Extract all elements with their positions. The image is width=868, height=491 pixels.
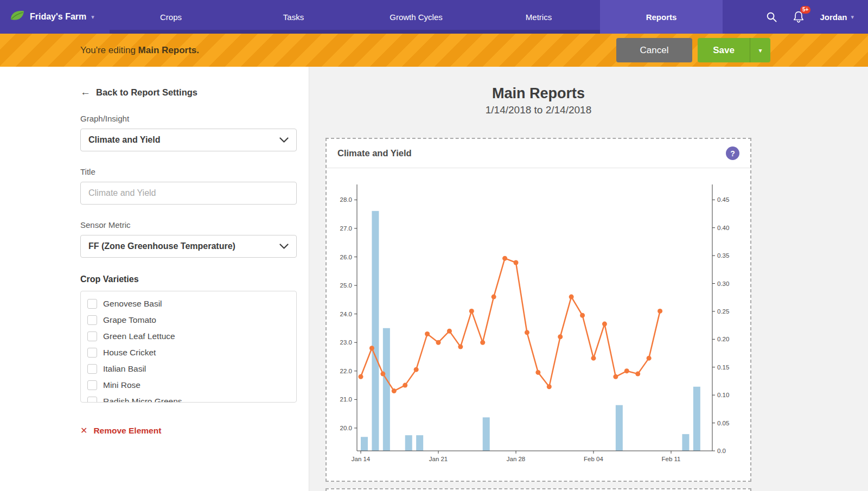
card-header: Climate and Yield ? [327, 139, 750, 168]
save-button-group: Save ▾ [698, 38, 770, 62]
save-dropdown-toggle[interactable]: ▾ [750, 38, 770, 62]
banner-message-target: Main Reports. [138, 45, 199, 55]
checkbox[interactable] [87, 315, 97, 325]
brand-name: Friday's Farm [30, 12, 86, 22]
element-settings-panel: ← Back to Report Settings Graph/Insight … [0, 67, 309, 491]
climate-yield-chart: 20.021.022.023.024.025.026.027.028.00.00… [332, 174, 744, 467]
back-arrow-icon: ← [80, 86, 91, 98]
svg-text:20.0: 20.0 [340, 425, 352, 431]
svg-text:0.25: 0.25 [717, 308, 729, 315]
logo-leaf-icon [10, 9, 25, 24]
svg-text:Feb 04: Feb 04 [584, 456, 603, 462]
title-label: Title [80, 167, 297, 176]
checkbox[interactable] [87, 364, 97, 374]
crop-variety-label: Grape Tomato [103, 315, 156, 325]
svg-text:0.30: 0.30 [717, 280, 729, 287]
farm-switcher[interactable]: Friday's Farm ▾ [0, 0, 110, 34]
graph-insight-select[interactable]: Climate and Yield [80, 129, 297, 151]
svg-text:26.0: 26.0 [340, 254, 352, 260]
search-icon[interactable] [766, 11, 777, 23]
svg-text:0.0: 0.0 [717, 448, 726, 454]
sensor-metric-value: FF (Zone Greenhouse Temperature) [88, 241, 235, 251]
user-name: Jordan [820, 12, 847, 22]
svg-text:0.10: 0.10 [717, 392, 729, 398]
graph-insight-value: Climate and Yield [88, 135, 160, 145]
svg-text:Feb 11: Feb 11 [662, 456, 681, 462]
card-title: Climate and Yield [337, 148, 412, 158]
chevron-down-icon: ▾ [851, 14, 854, 21]
crop-variety-label: Green Leaf Lettuce [103, 331, 175, 341]
top-nav: Friday's Farm ▾ CropsTasksGrowth CyclesM… [0, 0, 868, 34]
report-element-card[interactable]: Climate and Yield ? 20.021.022.023.024.0… [326, 138, 751, 482]
svg-text:Jan 14: Jan 14 [352, 456, 371, 462]
sensor-metric-select[interactable]: FF (Zone Greenhouse Temperature) [80, 235, 297, 258]
svg-text:27.0: 27.0 [340, 225, 352, 232]
crop-variety-item[interactable]: Genovese Basil [87, 296, 290, 312]
svg-text:24.0: 24.0 [340, 311, 352, 317]
back-link-label: Back to Report Settings [96, 87, 197, 98]
crop-variety-item[interactable]: Italian Basil [87, 361, 290, 377]
chevron-down-icon: ▾ [91, 14, 94, 21]
notifications-bell-icon[interactable]: 5+ [793, 10, 805, 23]
report-title: Main Reports [326, 85, 751, 102]
svg-text:Jan 21: Jan 21 [429, 456, 448, 462]
svg-text:28.0: 28.0 [340, 196, 352, 203]
checkbox[interactable] [87, 299, 97, 309]
remove-element-label: Remove Element [93, 426, 161, 436]
crop-variety-label: Genovese Basil [103, 299, 162, 309]
checkbox[interactable] [87, 348, 97, 358]
checkbox[interactable] [87, 331, 97, 341]
graph-insight-label: Graph/Insight [80, 114, 297, 123]
chevron-down-icon [279, 137, 289, 143]
nav-tab-metrics[interactable]: Metrics [477, 0, 600, 34]
crop-variety-item[interactable]: Grape Tomato [87, 312, 290, 328]
chevron-down-icon: ▾ [758, 47, 762, 54]
checkbox[interactable] [87, 397, 97, 403]
user-menu[interactable]: Jordan ▾ [820, 12, 854, 22]
chart-container: 20.021.022.023.024.025.026.027.028.00.00… [327, 168, 750, 481]
svg-text:25.0: 25.0 [340, 282, 352, 289]
banner-message-prefix: You're editing [80, 45, 138, 55]
back-link[interactable]: ← Back to Report Settings [80, 86, 297, 98]
report-date-range: 1/14/2018 to 2/14/2018 [326, 104, 751, 116]
help-icon[interactable]: ? [726, 146, 739, 160]
cancel-button[interactable]: Cancel [616, 38, 692, 62]
svg-text:23.0: 23.0 [340, 339, 352, 346]
next-report-element-card[interactable] [326, 488, 751, 491]
nav-tab-crops[interactable]: Crops [110, 0, 232, 34]
nav-right: 5+ Jordan ▾ [766, 0, 868, 34]
nav-tab-tasks[interactable]: Tasks [232, 0, 355, 34]
crop-variety-label: House Cricket [103, 348, 156, 358]
nav-tab-growth-cycles[interactable]: Growth Cycles [355, 0, 477, 34]
crop-variety-label: Italian Basil [103, 364, 146, 374]
crop-variety-item[interactable]: Mini Rose [87, 377, 290, 393]
svg-text:0.35: 0.35 [717, 252, 729, 259]
svg-text:0.15: 0.15 [717, 364, 729, 371]
nav-tab-reports[interactable]: Reports [600, 0, 723, 34]
crop-varieties-list[interactable]: Genovese BasilGrape TomatoGreen Leaf Let… [80, 291, 297, 403]
save-button[interactable]: Save [698, 38, 750, 62]
crop-variety-label: Radish Micro Greens [103, 397, 182, 403]
title-input[interactable] [80, 182, 297, 205]
svg-text:0.20: 0.20 [717, 336, 729, 342]
remove-x-icon: ✕ [80, 425, 87, 436]
crop-variety-item[interactable]: Green Leaf Lettuce [87, 328, 290, 345]
svg-text:0.40: 0.40 [717, 225, 729, 231]
svg-text:21.0: 21.0 [340, 396, 352, 403]
sensor-metric-label: Sensor Metric [80, 220, 297, 229]
crop-variety-label: Mini Rose [103, 380, 141, 390]
notification-badge: 5+ [800, 6, 810, 14]
checkbox[interactable] [87, 380, 97, 390]
svg-text:Jan 28: Jan 28 [507, 456, 526, 462]
svg-text:22.0: 22.0 [340, 368, 352, 374]
svg-text:0.45: 0.45 [717, 196, 729, 203]
svg-text:0.05: 0.05 [717, 420, 729, 426]
report-preview-area: Main Reports 1/14/2018 to 2/14/2018 Clim… [309, 67, 868, 491]
banner-actions: Cancel Save ▾ [616, 38, 770, 62]
edit-banner: You're editing Main Reports. Cancel Save… [0, 34, 868, 67]
banner-message: You're editing Main Reports. [80, 45, 199, 56]
crop-variety-item[interactable]: House Cricket [87, 345, 290, 361]
crop-varieties-label: Crop Varieties [80, 275, 297, 284]
crop-variety-item[interactable]: Radish Micro Greens [87, 393, 290, 403]
remove-element-button[interactable]: ✕ Remove Element [80, 425, 297, 436]
